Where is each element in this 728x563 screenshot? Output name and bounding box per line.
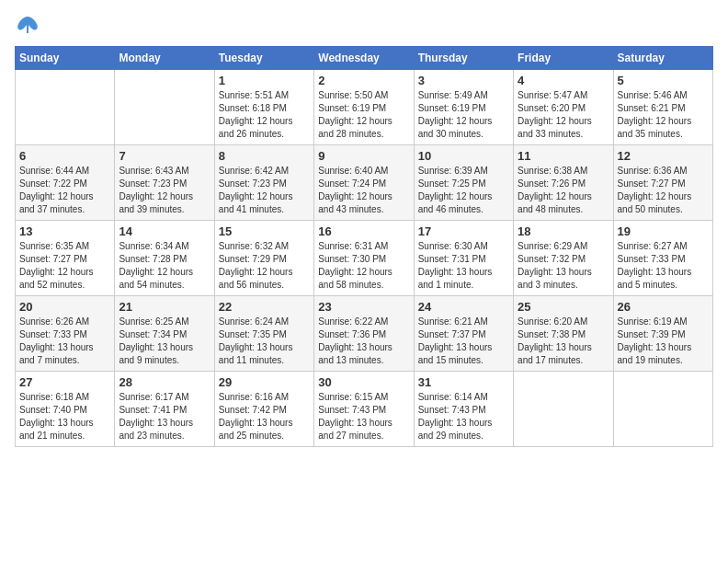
calendar-cell: 19Sunrise: 6:27 AM Sunset: 7:33 PM Dayli…	[613, 221, 712, 296]
calendar-cell	[115, 70, 214, 145]
day-number: 15	[219, 224, 310, 238]
weekday-header: Saturday	[613, 47, 712, 70]
calendar-week-row: 1Sunrise: 5:51 AM Sunset: 6:18 PM Daylig…	[16, 70, 713, 145]
calendar-cell: 27Sunrise: 6:18 AM Sunset: 7:40 PM Dayli…	[16, 372, 115, 447]
day-number: 12	[618, 149, 709, 163]
calendar-cell: 21Sunrise: 6:25 AM Sunset: 7:34 PM Dayli…	[115, 296, 214, 372]
day-number: 19	[618, 224, 709, 238]
calendar-week-row: 20Sunrise: 6:26 AM Sunset: 7:33 PM Dayli…	[16, 296, 713, 372]
weekday-header: Thursday	[414, 47, 513, 70]
day-number: 29	[219, 375, 310, 389]
day-info: Sunrise: 6:43 AM Sunset: 7:23 PM Dayligh…	[119, 165, 210, 216]
day-number: 22	[219, 300, 310, 314]
day-info: Sunrise: 6:34 AM Sunset: 7:28 PM Dayligh…	[119, 240, 210, 292]
calendar-week-row: 6Sunrise: 6:44 AM Sunset: 7:22 PM Daylig…	[16, 145, 713, 221]
calendar-cell: 6Sunrise: 6:44 AM Sunset: 7:22 PM Daylig…	[16, 145, 115, 221]
calendar-cell: 10Sunrise: 6:39 AM Sunset: 7:25 PM Dayli…	[414, 145, 513, 221]
weekday-header: Sunday	[16, 47, 115, 70]
day-info: Sunrise: 6:15 AM Sunset: 7:43 PM Dayligh…	[318, 391, 409, 442]
day-info: Sunrise: 6:31 AM Sunset: 7:30 PM Dayligh…	[318, 240, 409, 292]
calendar-cell: 8Sunrise: 6:42 AM Sunset: 7:23 PM Daylig…	[214, 145, 313, 221]
day-number: 21	[119, 300, 210, 314]
weekday-header: Monday	[115, 47, 214, 70]
calendar-cell: 12Sunrise: 6:36 AM Sunset: 7:27 PM Dayli…	[613, 145, 712, 221]
day-number: 17	[418, 224, 509, 238]
day-number: 23	[318, 300, 409, 314]
calendar-cell: 22Sunrise: 6:24 AM Sunset: 7:35 PM Dayli…	[214, 296, 313, 372]
calendar-cell	[16, 70, 115, 145]
calendar-cell: 16Sunrise: 6:31 AM Sunset: 7:30 PM Dayli…	[314, 221, 414, 296]
day-info: Sunrise: 6:14 AM Sunset: 7:43 PM Dayligh…	[418, 391, 509, 442]
day-info: Sunrise: 6:22 AM Sunset: 7:36 PM Dayligh…	[318, 316, 409, 367]
day-number: 7	[119, 149, 210, 163]
calendar-cell: 7Sunrise: 6:43 AM Sunset: 7:23 PM Daylig…	[115, 145, 214, 221]
day-info: Sunrise: 6:16 AM Sunset: 7:42 PM Dayligh…	[219, 391, 310, 442]
logo	[15, 15, 44, 35]
day-info: Sunrise: 6:38 AM Sunset: 7:26 PM Dayligh…	[518, 165, 609, 216]
calendar-cell: 4Sunrise: 5:47 AM Sunset: 6:20 PM Daylig…	[514, 70, 613, 145]
day-info: Sunrise: 6:19 AM Sunset: 7:39 PM Dayligh…	[618, 316, 709, 367]
calendar-cell: 20Sunrise: 6:26 AM Sunset: 7:33 PM Dayli…	[16, 296, 115, 372]
calendar-cell: 11Sunrise: 6:38 AM Sunset: 7:26 PM Dayli…	[514, 145, 613, 221]
day-info: Sunrise: 6:25 AM Sunset: 7:34 PM Dayligh…	[119, 316, 210, 367]
calendar-cell: 13Sunrise: 6:35 AM Sunset: 7:27 PM Dayli…	[16, 221, 115, 296]
day-number: 13	[19, 224, 110, 238]
day-info: Sunrise: 6:30 AM Sunset: 7:31 PM Dayligh…	[418, 240, 509, 292]
weekday-header: Tuesday	[214, 47, 313, 70]
calendar-cell: 24Sunrise: 6:21 AM Sunset: 7:37 PM Dayli…	[414, 296, 513, 372]
day-number: 5	[618, 74, 709, 87]
day-number: 8	[219, 149, 310, 163]
calendar-week-row: 27Sunrise: 6:18 AM Sunset: 7:40 PM Dayli…	[16, 372, 713, 447]
calendar-cell: 29Sunrise: 6:16 AM Sunset: 7:42 PM Dayli…	[214, 372, 313, 447]
day-info: Sunrise: 6:36 AM Sunset: 7:27 PM Dayligh…	[618, 165, 709, 216]
day-info: Sunrise: 6:26 AM Sunset: 7:33 PM Dayligh…	[19, 316, 110, 367]
day-info: Sunrise: 6:27 AM Sunset: 7:33 PM Dayligh…	[618, 240, 709, 292]
day-number: 20	[19, 300, 110, 314]
day-info: Sunrise: 6:44 AM Sunset: 7:22 PM Dayligh…	[19, 165, 110, 216]
calendar-cell: 18Sunrise: 6:29 AM Sunset: 7:32 PM Dayli…	[514, 221, 613, 296]
page-header	[15, 15, 713, 35]
calendar-cell	[514, 372, 613, 447]
day-info: Sunrise: 6:32 AM Sunset: 7:29 PM Dayligh…	[219, 240, 310, 292]
day-number: 28	[119, 375, 210, 389]
day-number: 10	[418, 149, 509, 163]
day-info: Sunrise: 6:40 AM Sunset: 7:24 PM Dayligh…	[318, 165, 409, 216]
calendar-cell: 1Sunrise: 5:51 AM Sunset: 6:18 PM Daylig…	[214, 70, 313, 145]
day-number: 2	[318, 74, 409, 87]
calendar-header-row: SundayMondayTuesdayWednesdayThursdayFrid…	[16, 47, 713, 70]
day-info: Sunrise: 5:47 AM Sunset: 6:20 PM Dayligh…	[518, 89, 609, 141]
day-info: Sunrise: 6:35 AM Sunset: 7:27 PM Dayligh…	[19, 240, 110, 292]
day-number: 1	[219, 74, 310, 87]
weekday-header: Wednesday	[314, 47, 414, 70]
day-number: 25	[518, 300, 609, 314]
day-number: 18	[518, 224, 609, 238]
calendar-week-row: 13Sunrise: 6:35 AM Sunset: 7:27 PM Dayli…	[16, 221, 713, 296]
calendar-cell: 28Sunrise: 6:17 AM Sunset: 7:41 PM Dayli…	[115, 372, 214, 447]
day-info: Sunrise: 6:21 AM Sunset: 7:37 PM Dayligh…	[418, 316, 509, 367]
day-number: 30	[318, 375, 409, 389]
calendar-cell: 31Sunrise: 6:14 AM Sunset: 7:43 PM Dayli…	[414, 372, 513, 447]
calendar-cell: 14Sunrise: 6:34 AM Sunset: 7:28 PM Dayli…	[115, 221, 214, 296]
day-info: Sunrise: 5:50 AM Sunset: 6:19 PM Dayligh…	[318, 89, 409, 141]
calendar-cell: 23Sunrise: 6:22 AM Sunset: 7:36 PM Dayli…	[314, 296, 414, 372]
day-info: Sunrise: 6:29 AM Sunset: 7:32 PM Dayligh…	[518, 240, 609, 292]
calendar-cell: 9Sunrise: 6:40 AM Sunset: 7:24 PM Daylig…	[314, 145, 414, 221]
calendar-cell: 25Sunrise: 6:20 AM Sunset: 7:38 PM Dayli…	[514, 296, 613, 372]
day-number: 3	[418, 74, 509, 87]
day-info: Sunrise: 6:24 AM Sunset: 7:35 PM Dayligh…	[219, 316, 310, 367]
day-number: 31	[418, 375, 509, 389]
day-info: Sunrise: 5:49 AM Sunset: 6:19 PM Dayligh…	[418, 89, 509, 141]
day-info: Sunrise: 6:42 AM Sunset: 7:23 PM Dayligh…	[219, 165, 310, 216]
calendar-cell: 2Sunrise: 5:50 AM Sunset: 6:19 PM Daylig…	[314, 70, 414, 145]
day-number: 26	[618, 300, 709, 314]
day-info: Sunrise: 6:17 AM Sunset: 7:41 PM Dayligh…	[119, 391, 210, 442]
weekday-header: Friday	[514, 47, 613, 70]
day-info: Sunrise: 5:46 AM Sunset: 6:21 PM Dayligh…	[618, 89, 709, 141]
day-info: Sunrise: 6:18 AM Sunset: 7:40 PM Dayligh…	[19, 391, 110, 442]
day-number: 27	[19, 375, 110, 389]
day-number: 14	[119, 224, 210, 238]
day-number: 16	[318, 224, 409, 238]
day-number: 4	[518, 74, 609, 87]
day-number: 11	[518, 149, 609, 163]
day-info: Sunrise: 6:20 AM Sunset: 7:38 PM Dayligh…	[518, 316, 609, 367]
